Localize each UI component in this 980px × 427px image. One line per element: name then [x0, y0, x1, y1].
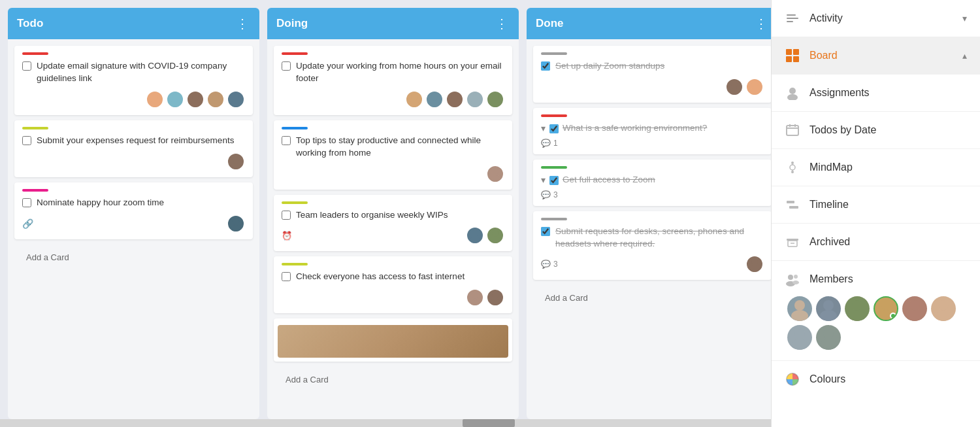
svg-point-49 — [791, 171, 794, 173]
column-menu-done[interactable]: ⋮ — [755, 16, 769, 31]
svg-rect-52 — [789, 206, 798, 209]
column-header-doing: Doing ⋮ — [267, 8, 519, 39]
card-doing-1[interactable]: Update your working from home hours on y… — [274, 46, 512, 115]
card-checkbox-todo-2[interactable] — [22, 136, 31, 145]
svg-point-5 — [190, 100, 200, 107]
svg-point-29 — [490, 237, 500, 243]
svg-point-74 — [823, 329, 834, 339]
sidebar-item-left: Activity — [785, 10, 843, 26]
sidebar-label-assignments: Assignments — [809, 87, 870, 99]
svg-point-65 — [849, 310, 866, 321]
member-avatar[interactable] — [816, 296, 841, 321]
card-color-bar — [22, 127, 48, 129]
card-checkbox-done-2[interactable] — [549, 124, 559, 133]
card-checkbox-done-4[interactable] — [541, 227, 550, 236]
column-title-doing: Doing — [276, 17, 308, 30]
sidebar-item-activity[interactable]: Activity ▾ — [772, 0, 980, 37]
member-avatar[interactable] — [902, 296, 927, 321]
svg-point-27 — [470, 237, 480, 243]
column-menu-todo[interactable]: ⋮ — [236, 16, 250, 31]
clock-icon: ⏰ — [282, 231, 292, 241]
sidebar-item-colours[interactable]: Colours — [772, 361, 980, 398]
card-done-3[interactable]: ▾ Get full access to Zoom 💬 3 — [533, 160, 771, 206]
svg-rect-51 — [787, 201, 794, 203]
card-color-bar — [541, 218, 567, 220]
card-checkbox-doing-2[interactable] — [282, 136, 291, 145]
card-content: Nominate happy hour zoom time — [22, 197, 245, 209]
card-avatars — [466, 288, 504, 307]
card-doing-2[interactable]: Top tips to stay productive and connecte… — [274, 120, 512, 190]
card-checkbox-todo-1[interactable] — [22, 61, 31, 71]
card-todo-2[interactable]: Submit your expenses request for reimbur… — [14, 120, 253, 177]
sidebar-item-archived[interactable]: Archived — [772, 224, 980, 261]
card-text-todo-2: Submit your expenses request for reimbur… — [37, 135, 234, 147]
svg-point-60 — [794, 300, 805, 311]
column-todo: Todo ⋮ Update email signature with COVID… — [8, 8, 259, 419]
add-card-doing[interactable]: Add a Card — [278, 369, 508, 390]
svg-point-23 — [490, 100, 500, 107]
sidebar-item-left: Timeline — [785, 197, 849, 213]
card-image — [278, 325, 508, 358]
card-done-1[interactable]: Set up daily Zoom standups — [533, 46, 771, 103]
sidebar-item-mindmap[interactable]: MindMap — [772, 149, 980, 186]
card-content: Check everyone has access to fast intern… — [282, 271, 504, 283]
avatar — [166, 90, 184, 109]
card-checkbox-doing-4[interactable] — [282, 272, 291, 281]
card-footer: 🔗 — [22, 214, 245, 233]
add-card-todo[interactable]: Add a Card — [18, 247, 249, 267]
svg-point-64 — [852, 300, 862, 311]
avatar — [466, 90, 484, 109]
sidebar-item-todos-by-date[interactable]: Todos by Date — [772, 112, 980, 149]
svg-point-26 — [472, 230, 478, 237]
card-doing-image[interactable] — [274, 318, 512, 362]
avatar — [227, 152, 245, 171]
svg-point-9 — [231, 100, 240, 107]
sidebar-item-board[interactable]: Board ▴ — [772, 37, 980, 75]
mindmap-icon — [785, 160, 800, 175]
card-meta: 💬 1 — [541, 139, 764, 148]
scroll-thumb[interactable] — [463, 419, 515, 427]
card-done-header: ▾ Get full access to Zoom — [541, 174, 764, 186]
card-footer: 💬 3 — [541, 255, 764, 273]
comment-count: 1 — [553, 139, 558, 148]
svg-point-28 — [492, 230, 498, 237]
sidebar-item-timeline[interactable]: Timeline — [772, 186, 980, 224]
expand-btn[interactable]: ▾ — [541, 123, 546, 133]
card-avatars — [405, 90, 504, 109]
svg-point-72 — [794, 329, 805, 339]
card-done-4[interactable]: Submit requests for desks, screens, phon… — [533, 211, 771, 281]
chevron-down-icon: ▾ — [962, 13, 967, 24]
member-avatar[interactable] — [787, 325, 812, 350]
member-avatar[interactable] — [874, 296, 898, 321]
member-avatar[interactable] — [845, 296, 870, 321]
member-avatar[interactable] — [931, 296, 956, 321]
column-title-done: Done — [536, 17, 564, 30]
sidebar-label-todos-by-date: Todos by Date — [809, 124, 876, 136]
link-icon: 🔗 — [22, 218, 33, 229]
card-text-done-4: Submit requests for desks, screens, phon… — [555, 226, 764, 250]
expand-btn[interactable]: ▾ — [541, 175, 546, 185]
svg-point-34 — [731, 81, 738, 88]
member-avatar[interactable] — [816, 325, 841, 350]
card-checkbox-doing-1[interactable] — [282, 61, 291, 71]
card-checkbox-doing-3[interactable] — [282, 211, 291, 220]
member-avatar[interactable] — [787, 296, 812, 321]
card-todo-1[interactable]: Update email signature with COVID-19 com… — [14, 46, 253, 115]
add-card-done[interactable]: Add a Card — [537, 288, 768, 308]
horizontal-scrollbar[interactable] — [0, 419, 771, 427]
card-todo-3[interactable]: Nominate happy hour zoom time 🔗 — [14, 182, 253, 239]
sidebar-item-assignments[interactable]: Assignments — [772, 75, 980, 112]
card-doing-3[interactable]: Team leaders to organise weekly WIPs ⏰ — [274, 195, 512, 252]
column-body-doing: Update your working from home hours on y… — [267, 39, 519, 419]
card-avatars — [227, 214, 245, 233]
card-doing-4[interactable]: Check everyone has access to fast intern… — [274, 256, 512, 313]
column-menu-doing[interactable]: ⋮ — [495, 16, 510, 31]
svg-point-40 — [789, 88, 796, 94]
card-done-2[interactable]: ▾ What is a safe working environment? 💬 … — [533, 108, 771, 154]
comment-count: 3 — [553, 260, 558, 269]
assignments-icon — [785, 85, 800, 101]
card-checkbox-done-1[interactable] — [541, 61, 550, 71]
card-checkbox-todo-3[interactable] — [22, 198, 31, 207]
svg-point-63 — [820, 310, 837, 321]
card-checkbox-done-3[interactable] — [549, 176, 559, 185]
